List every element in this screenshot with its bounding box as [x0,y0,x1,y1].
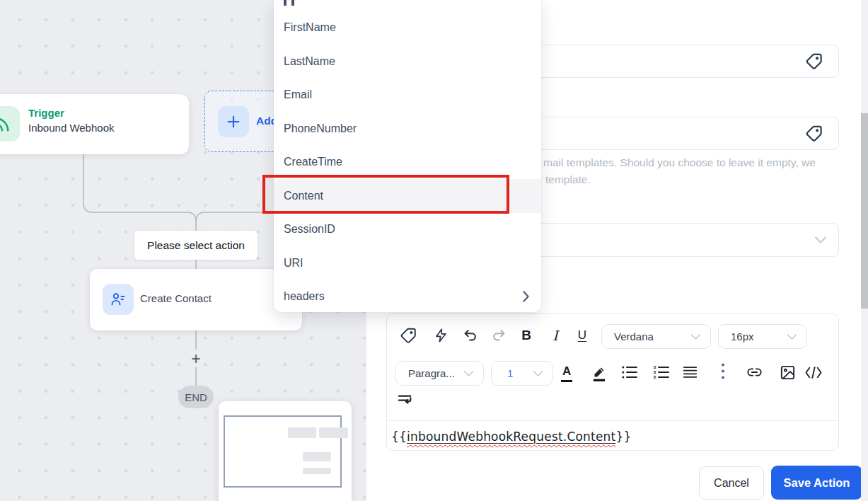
dropdown-item-sessionid[interactable]: SessionID [274,213,541,247]
merge-tag-close: }} [615,430,631,444]
underline-button[interactable]: U [572,326,592,345]
chevron-down-icon [814,236,827,244]
align-justify-icon[interactable] [681,364,698,381]
minimap-node [303,452,331,461]
chevron-right-icon [522,290,530,303]
dropdown-item-phonenumber[interactable]: PhoneNumber [274,112,541,146]
font-family-select[interactable]: Verdana [601,324,711,349]
plus-icon [218,106,249,137]
scrollbar-thumb[interactable] [861,113,868,309]
add-step-plus[interactable]: + [186,349,206,369]
dropdown-item-lastname[interactable]: LastName [274,45,541,79]
create-contact-label: Create Contact [140,292,212,304]
chevron-down-icon [690,333,701,340]
chevron-down-icon [533,370,543,377]
dropdown-item-createtime[interactable]: CreateTime [274,146,541,180]
more-options-icon[interactable] [719,361,727,382]
font-family-value: Verdana [614,330,654,342]
trigger-subtitle: Inbound Webhook [28,122,115,134]
highlighter-icon[interactable] [589,362,610,384]
font-size-select[interactable]: 16px [718,324,807,349]
trigger-texts: Trigger Inbound Webhook [28,107,115,134]
workflow-builder-screen: Trigger Inbound Webhook Add Please selec… [0,0,868,501]
rich-text-editor[interactable]: B I U Verdana 16px Paragra... 1 A [386,313,839,451]
undo-icon[interactable] [460,325,481,346]
tag-icon[interactable] [398,325,419,346]
paragraph-style-select[interactable]: Paragra... [395,361,484,386]
clipped-text-fragment [291,0,294,6]
link-icon[interactable] [744,364,764,381]
font-size-value: 16px [731,330,754,342]
help-text-line1: mail templates. Should you choose to lea… [543,156,816,169]
trigger-node[interactable]: Trigger Inbound Webhook [0,94,189,154]
dropdown-item-firstname[interactable]: FirstName [274,11,541,45]
cancel-button[interactable]: Cancel [699,466,764,500]
editor-content[interactable]: {{inboundWebhookRequest.Content}} [391,430,631,444]
minimap[interactable] [219,401,352,501]
text-wrap-icon[interactable] [396,392,415,409]
dropdown-item-headers[interactable]: headers [274,280,541,313]
chevron-down-icon [787,333,797,340]
paragraph-style-value: Paragra... [408,367,455,379]
minimap-node [303,468,331,474]
help-text-line2: template. [545,173,591,186]
clipped-text-fragment [284,0,287,6]
image-icon[interactable] [778,363,797,381]
redo-icon[interactable] [488,325,509,346]
dropdown-item-uri[interactable]: URI [274,246,541,280]
variable-dropdown: FirstName LastName Email PhoneNumber Cre… [274,0,541,312]
bold-button[interactable]: B [516,326,536,345]
merge-tag-open: {{ [391,430,407,444]
line-height-value: 1 [507,367,513,379]
minimap-node [288,427,316,438]
create-contact-icon [103,284,134,315]
italic-button[interactable]: I [545,326,565,345]
numbered-list-icon[interactable] [652,364,671,381]
editor-divider [388,420,838,421]
annotation-highlight-box [262,175,509,214]
lightning-icon[interactable] [430,325,451,346]
line-height-select[interactable]: 1 [491,361,553,386]
code-icon[interactable] [804,364,823,381]
text-color-button[interactable]: A [561,363,572,382]
tag-icon[interactable] [805,125,823,143]
bullet-list-icon[interactable] [620,364,639,381]
dropdown-item-partial[interactable] [284,0,326,6]
save-action-button[interactable]: Save Action [771,466,862,500]
merge-tag-variable: inboundWebhookRequest.Content [407,430,615,444]
select-action-label: Please select action [134,231,257,260]
end-node: END [178,386,214,408]
webhook-icon [0,106,20,142]
chevron-down-icon [463,370,474,377]
minimap-node [319,427,348,438]
create-contact-node[interactable]: Create Contact [90,269,302,330]
tag-icon[interactable] [805,52,823,71]
dropdown-item-email[interactable]: Email [274,79,541,113]
dropdown-item-headers-label: headers [284,290,325,303]
minimap-viewport[interactable] [224,415,342,488]
trigger-title: Trigger [28,107,115,119]
